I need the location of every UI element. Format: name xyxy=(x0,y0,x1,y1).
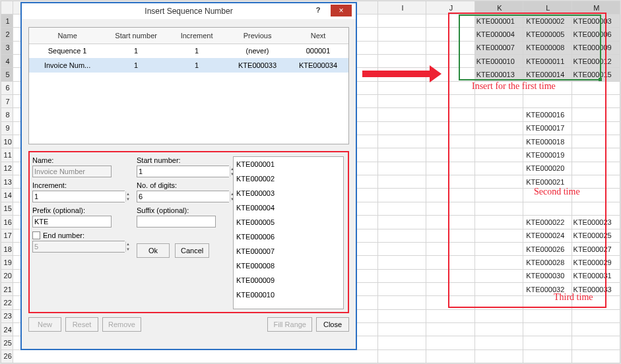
row-header-13[interactable]: 13 xyxy=(1,175,13,189)
row-header-14[interactable]: 14 xyxy=(1,189,13,202)
cell-I18[interactable] xyxy=(377,242,426,255)
cell-I13[interactable] xyxy=(377,175,426,189)
close-icon[interactable]: × xyxy=(331,5,352,16)
row-header-25[interactable]: 25 xyxy=(1,336,13,349)
cell-I1[interactable] xyxy=(377,15,426,28)
cell-J10[interactable] xyxy=(426,135,474,148)
cell-M23[interactable] xyxy=(572,309,620,322)
row-header-7[interactable]: 7 xyxy=(1,95,13,108)
cell-M24[interactable] xyxy=(572,322,620,336)
ok-button[interactable]: Ok xyxy=(137,243,170,258)
col-start[interactable]: Start number xyxy=(106,28,166,44)
cell-J16[interactable] xyxy=(426,216,474,229)
row-header-21[interactable]: 21 xyxy=(1,282,13,295)
cell-J25[interactable] xyxy=(426,336,474,349)
row-header-22[interactable]: 22 xyxy=(1,296,13,309)
cell-M9[interactable] xyxy=(572,121,620,135)
cell-L1[interactable]: KTE000002 xyxy=(523,15,572,28)
cell-M3[interactable]: KTE000009 xyxy=(572,41,620,54)
cell-L9[interactable]: KTE000017 xyxy=(523,121,572,135)
cell-M8[interactable] xyxy=(572,108,620,121)
reset-button[interactable]: Reset xyxy=(65,317,98,332)
column-header-J[interactable]: J xyxy=(426,1,474,15)
suffix-field[interactable] xyxy=(137,216,216,228)
help-button[interactable]: ? xyxy=(308,3,328,16)
cell-J7[interactable] xyxy=(426,95,474,108)
cell-K4[interactable]: KTE000010 xyxy=(474,55,523,68)
cell-K1[interactable]: KTE000001 xyxy=(474,15,523,28)
cell-I17[interactable] xyxy=(377,229,426,242)
cell-I21[interactable] xyxy=(377,282,426,295)
cell-J12[interactable] xyxy=(426,162,474,175)
cell-K11[interactable] xyxy=(474,148,523,162)
cell-M1[interactable]: KTE000003 xyxy=(572,15,620,28)
cell-K13[interactable] xyxy=(474,175,523,189)
column-header-M[interactable]: M xyxy=(572,1,620,15)
row-header-15[interactable]: 15 xyxy=(1,202,13,215)
cell-I16[interactable] xyxy=(377,216,426,229)
cell-K23[interactable] xyxy=(474,309,523,322)
cell-J20[interactable] xyxy=(426,269,474,282)
cell-I10[interactable] xyxy=(377,135,426,148)
col-next[interactable]: Next xyxy=(288,28,348,44)
cell-L26[interactable] xyxy=(523,349,572,363)
cell-I22[interactable] xyxy=(377,296,426,309)
cell-M6[interactable] xyxy=(572,81,620,94)
cell-J9[interactable] xyxy=(426,121,474,135)
cell-M20[interactable]: KTE000031 xyxy=(572,269,620,282)
cell-I7[interactable] xyxy=(377,95,426,108)
cell-L16[interactable]: KTE000022 xyxy=(523,216,572,229)
row-header-16[interactable]: 16 xyxy=(1,216,13,229)
cell-L23[interactable] xyxy=(523,309,572,322)
cell-J6[interactable] xyxy=(426,81,474,94)
cell-J22[interactable] xyxy=(426,296,474,309)
cell-M10[interactable] xyxy=(572,135,620,148)
digits-stepper[interactable]: ▲▼ xyxy=(137,191,229,202)
cell-K8[interactable] xyxy=(474,108,523,121)
name-field[interactable] xyxy=(32,166,112,177)
row-header-2[interactable]: 2 xyxy=(1,28,13,41)
row-header-4[interactable]: 4 xyxy=(1,55,13,68)
row-header-26[interactable]: 26 xyxy=(1,349,13,363)
cell-I15[interactable] xyxy=(377,202,426,215)
end-number-checkbox[interactable]: End number: xyxy=(32,231,125,239)
cell-K22[interactable] xyxy=(474,296,523,309)
cell-M19[interactable]: KTE000029 xyxy=(572,256,620,269)
cell-J13[interactable] xyxy=(426,175,474,189)
cell-L24[interactable] xyxy=(523,322,572,336)
cell-I9[interactable] xyxy=(377,121,426,135)
cell-M25[interactable] xyxy=(572,336,620,349)
prefix-field[interactable] xyxy=(32,216,112,228)
cell-K17[interactable] xyxy=(474,229,523,242)
cell-M17[interactable]: KTE000025 xyxy=(572,229,620,242)
col-previous[interactable]: Previous xyxy=(227,28,288,44)
cell-I19[interactable] xyxy=(377,256,426,269)
cell-I26[interactable] xyxy=(377,349,426,363)
cell-K16[interactable] xyxy=(474,216,523,229)
cell-I14[interactable] xyxy=(377,189,426,202)
cell-K15[interactable] xyxy=(474,202,523,215)
cell-I24[interactable] xyxy=(377,322,426,336)
cell-L2[interactable]: KTE000005 xyxy=(523,28,572,41)
cell-K14[interactable] xyxy=(474,189,523,202)
cell-I8[interactable] xyxy=(377,108,426,121)
cell-M11[interactable] xyxy=(572,148,620,162)
cell-K18[interactable] xyxy=(474,242,523,255)
cell-K25[interactable] xyxy=(474,336,523,349)
cell-J17[interactable] xyxy=(426,229,474,242)
cell-K2[interactable]: KTE000004 xyxy=(474,28,523,41)
row-header-1[interactable]: 1 xyxy=(1,15,13,28)
row-header-19[interactable]: 19 xyxy=(1,256,13,269)
cell-J8[interactable] xyxy=(426,108,474,121)
cell-L8[interactable]: KTE000016 xyxy=(523,108,572,121)
fill-range-button[interactable]: Fill Range xyxy=(267,317,312,332)
cell-M4[interactable]: KTE000012 xyxy=(572,55,620,68)
cell-J24[interactable] xyxy=(426,322,474,336)
row-header-5[interactable]: 5 xyxy=(1,68,13,81)
cell-K26[interactable] xyxy=(474,349,523,363)
sequence-row[interactable]: Sequence 111(never)000001 xyxy=(29,44,348,58)
cell-M18[interactable]: KTE000027 xyxy=(572,242,620,255)
cell-K24[interactable] xyxy=(474,322,523,336)
cell-L11[interactable]: KTE000019 xyxy=(523,148,572,162)
start-number-stepper[interactable]: ▲▼ xyxy=(137,166,229,177)
